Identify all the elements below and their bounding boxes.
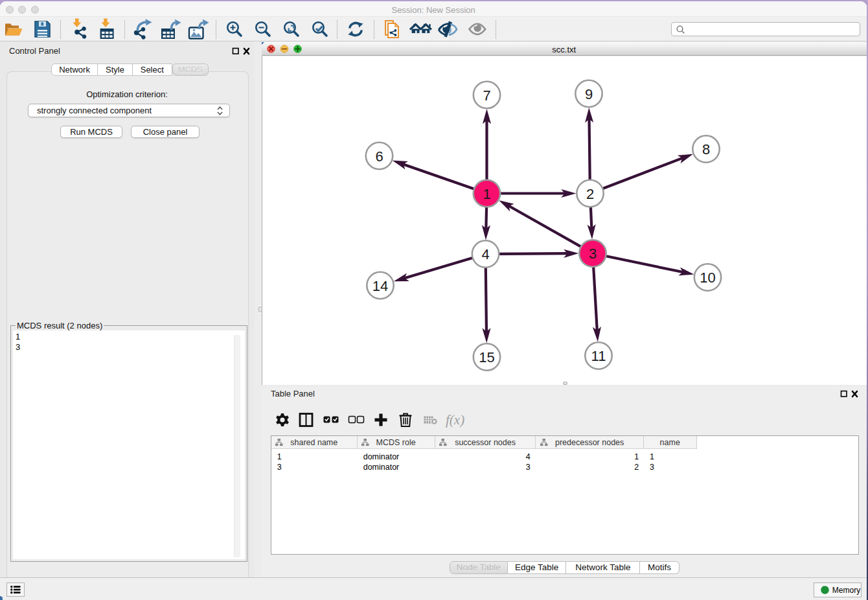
svg-text:10: 10 [700, 270, 715, 286]
svg-text:3: 3 [589, 246, 597, 262]
svg-text:1: 1 [483, 186, 490, 202]
svg-text:8: 8 [702, 141, 710, 157]
svg-text:2: 2 [586, 186, 594, 202]
svg-text:11: 11 [591, 348, 606, 364]
svg-text:4: 4 [481, 246, 489, 262]
svg-text:f(x): f(x) [446, 412, 464, 428]
svg-text:9: 9 [585, 86, 593, 102]
svg-text:14: 14 [372, 278, 388, 294]
svg-text:15: 15 [479, 349, 494, 365]
svg-text:7: 7 [483, 87, 490, 104]
svg-text:6: 6 [375, 148, 383, 165]
